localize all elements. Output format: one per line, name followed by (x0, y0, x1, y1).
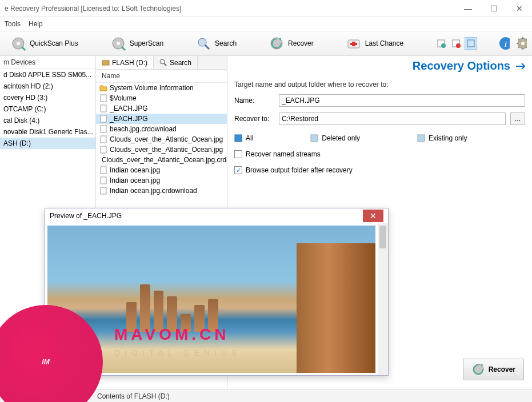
tab-search[interactable]: Search (154, 56, 198, 69)
file-row[interactable]: Indian ocean.jpg.crdownload (96, 186, 227, 196)
name-input[interactable] (279, 94, 525, 107)
device-item[interactable]: ASH (D:) (0, 138, 95, 149)
watermark-text: MAVOM.CN (114, 325, 229, 344)
file-row[interactable]: Clouds_over_the_Atlantic_Ocean.jpg (96, 134, 227, 144)
window-controls: — ☐ ✕ (459, 2, 527, 15)
file-row[interactable]: Clouds_over_the_Atlantic_Ocean.jpg (96, 144, 227, 155)
column-header-name[interactable]: Name (96, 70, 227, 83)
svg-rect-29 (101, 187, 106, 194)
svg-rect-20 (101, 95, 106, 102)
minimize-button[interactable]: — (459, 2, 477, 15)
file-row[interactable]: _EACH.JPG (96, 114, 227, 124)
check-browse[interactable]: Browse output folder after recovery (234, 166, 525, 174)
svg-point-3 (117, 42, 120, 45)
lastchance-button[interactable]: Last Chance (340, 33, 409, 54)
file-tabs: FLASH (D:) Search (96, 56, 227, 70)
browse-button[interactable]: ... (510, 112, 525, 125)
svg-rect-24 (101, 136, 106, 143)
file-row[interactable]: Clouds_over_the_Atlantic_Ocean.jpg.crdow… (96, 155, 227, 165)
view-mode-1[interactable] (435, 37, 447, 50)
file-name: Indian ocean.jpg.crdownload (110, 187, 197, 195)
device-item[interactable]: cal Disk (4:) (0, 115, 95, 126)
filter-existing[interactable]: Existing only (417, 134, 467, 142)
search-button[interactable]: Search (190, 33, 242, 54)
file-name: Clouds_over_the_Atlantic_Ocean.jpg (110, 146, 223, 154)
file-name: beach.jpg.crdownload (110, 125, 177, 133)
arrow-right-icon[interactable] (515, 62, 526, 71)
recoverto-input[interactable] (279, 112, 506, 125)
svg-rect-18 (102, 61, 109, 65)
watermark-subtitle: DIGITAL GENIUS (114, 348, 241, 357)
svg-rect-8 (350, 43, 357, 45)
menubar: Tools Help (0, 17, 532, 31)
drive-icon (102, 59, 110, 67)
tab-drive[interactable]: FLASH (D:) (96, 56, 154, 69)
superscan-button[interactable]: SuperScan (105, 33, 169, 54)
file-name: _EACH.JPG (110, 104, 148, 112)
search-tab-icon (159, 59, 167, 67)
device-item[interactable]: novable Disk1 Generic Flas... (0, 126, 95, 138)
titlebar: e Recovery Professional [Licensed to: LS… (0, 0, 532, 17)
file-row[interactable]: Indian ocean.jpg (96, 175, 227, 186)
devices-header: m Devices (0, 56, 95, 69)
settings-button[interactable] (515, 37, 527, 50)
svg-point-19 (160, 59, 165, 64)
svg-rect-23 (101, 126, 106, 132)
device-item[interactable]: covery HD (3:) (0, 92, 95, 103)
preview-close-button[interactable]: ✕ (363, 210, 383, 222)
svg-rect-25 (101, 146, 106, 153)
search-icon (195, 35, 211, 51)
svg-point-10 (441, 43, 446, 48)
medical-icon (346, 35, 362, 51)
file-row[interactable]: $Volume (96, 93, 227, 103)
file-name: Indian ocean.jpg (110, 166, 160, 174)
recover-action-button[interactable]: Recover (463, 359, 524, 380)
disk-recover-icon (269, 35, 285, 51)
menu-tools[interactable]: Tools (5, 20, 21, 28)
radio-off-icon (310, 134, 318, 142)
check-streams[interactable]: Recover named streams (234, 150, 525, 158)
recover-button[interactable]: Recover (263, 33, 319, 54)
file-name: Indian ocean.jpg (110, 176, 160, 184)
file-name: $Volume (110, 94, 137, 102)
close-button[interactable]: ✕ (511, 2, 527, 15)
disk-scan-icon (10, 35, 26, 51)
svg-rect-31 (311, 135, 318, 142)
file-row[interactable]: Indian ocean.jpg (96, 165, 227, 175)
view-mode-2[interactable] (450, 37, 462, 50)
maximize-button[interactable]: ☐ (486, 2, 502, 15)
svg-rect-13 (467, 40, 474, 47)
disk-superscan-icon (110, 35, 126, 51)
checkbox-off-icon (234, 150, 242, 158)
disk-recover-icon (471, 363, 485, 376)
view-mode-3[interactable] (465, 37, 477, 50)
preview-titlebar[interactable]: Preview of _EACH.JPG ✕ (45, 208, 388, 223)
svg-point-1 (17, 42, 20, 45)
menu-help[interactable]: Help (29, 20, 43, 28)
quickscan-button[interactable]: QuickScan Plus (5, 33, 84, 54)
svg-rect-22 (101, 115, 106, 122)
window-title: e Recovery Professional [Licensed to: LS… (5, 5, 459, 13)
statusbar-text: Contents of FLASH (D:) (97, 392, 170, 400)
device-item[interactable]: d Disk0 APPLE SSD SM05... (0, 69, 95, 81)
filter-deleted[interactable]: Deleted only (310, 134, 360, 142)
svg-rect-28 (101, 177, 106, 184)
file-name: System Volume Information (110, 84, 194, 92)
filter-all[interactable]: All (234, 134, 253, 142)
svg-point-12 (456, 43, 461, 48)
recoverto-label: Recover to: (234, 115, 274, 123)
name-label: Name: (234, 97, 274, 104)
info-button[interactable]: i (498, 37, 510, 50)
svg-rect-21 (101, 105, 106, 112)
file-row[interactable]: _EACH.JPG (96, 103, 227, 114)
file-name: _EACH.JPG (110, 115, 148, 123)
device-item[interactable]: OTCAMP (C:) (0, 103, 95, 115)
file-row[interactable]: System Volume Information (96, 83, 227, 93)
preview-scrollbar[interactable] (378, 223, 388, 375)
checkbox-on-icon (234, 166, 242, 174)
device-item[interactable]: acintosh HD (2:) (0, 81, 95, 92)
radio-on-icon (234, 134, 242, 142)
file-row[interactable]: beach.jpg.crdownload (96, 124, 227, 134)
main-toolbar: QuickScan Plus SuperScan Search Recover … (0, 31, 532, 56)
file-name: Clouds_over_the_Atlantic_Ocean.jpg.crdow… (102, 156, 227, 164)
